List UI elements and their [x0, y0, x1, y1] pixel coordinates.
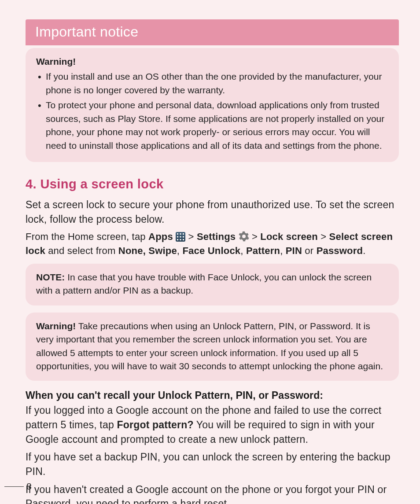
svg-rect-1 — [180, 233, 181, 235]
section-heading: 4. Using a screen lock — [26, 177, 399, 191]
nav-opt: PIN — [286, 245, 302, 256]
subheading: When you can't recall your Unlock Patter… — [26, 390, 399, 401]
nav-middle: and select from — [45, 245, 118, 256]
nav-comma: , — [177, 245, 183, 256]
page-number-wrap: 8 — [4, 481, 32, 492]
warning2-label: Warning! — [36, 321, 76, 331]
nav-opt: Password — [317, 245, 363, 256]
page-number-line — [4, 486, 24, 487]
svg-rect-7 — [180, 239, 181, 240]
nav-opt: Face Unlock — [182, 245, 240, 256]
intro-paragraph: Set a screen lock to secure your phone f… — [26, 198, 399, 226]
forgot-paragraph-2: If you have set a backup PIN, you can un… — [26, 450, 399, 478]
svg-rect-0 — [177, 233, 178, 235]
nav-lockscreen: Lock screen — [260, 231, 318, 242]
nav-sep: > — [249, 231, 261, 242]
nav-apps: Apps — [148, 231, 173, 242]
forgot-paragraph-3: If you haven't created a Google account … — [26, 482, 399, 504]
nav-or: or — [302, 245, 317, 256]
warning-bullet: To protect your phone and personal data,… — [36, 99, 388, 152]
svg-rect-5 — [183, 236, 184, 238]
nav-comma: , — [240, 245, 246, 256]
warning-box-bottom: Warning! Take precautions when using an … — [26, 313, 399, 381]
warning2-text: Take precautions when using an Unlock Pa… — [36, 321, 383, 371]
navigation-paragraph: From the Home screen, tap Apps > Setting… — [26, 230, 399, 257]
svg-rect-6 — [177, 239, 178, 240]
nav-comma: , — [280, 245, 286, 256]
nav-sep: > — [318, 231, 329, 242]
svg-rect-8 — [183, 239, 184, 240]
nav-sep: > — [185, 231, 197, 242]
svg-rect-2 — [183, 233, 184, 235]
nav-opt: None, Swipe — [118, 245, 177, 256]
apps-icon — [176, 232, 185, 242]
forgot-pattern-link: Forgot pattern? — [117, 419, 193, 430]
note-box: NOTE: In case that you have trouble with… — [26, 264, 399, 305]
warning-box-top: Warning! If you install and use an OS ot… — [26, 48, 399, 162]
nav-opt: Pattern — [246, 245, 280, 256]
page-title-bar: Important notice — [26, 19, 399, 45]
page-number: 8 — [26, 481, 32, 492]
nav-prefix: From the Home screen, tap — [26, 231, 148, 242]
forgot-paragraph-1: If you logged into a Google account on t… — [26, 403, 399, 446]
svg-rect-4 — [180, 236, 181, 238]
note-text: In case that you have trouble with Face … — [36, 272, 372, 295]
svg-rect-3 — [177, 236, 178, 238]
nav-settings: Settings — [197, 231, 236, 242]
warning-heading: Warning! — [36, 55, 388, 68]
settings-icon — [239, 231, 249, 242]
note-label: NOTE: — [36, 272, 65, 282]
warning-bullet: If you install and use an OS other than … — [36, 70, 388, 97]
nav-end: . — [363, 245, 365, 256]
